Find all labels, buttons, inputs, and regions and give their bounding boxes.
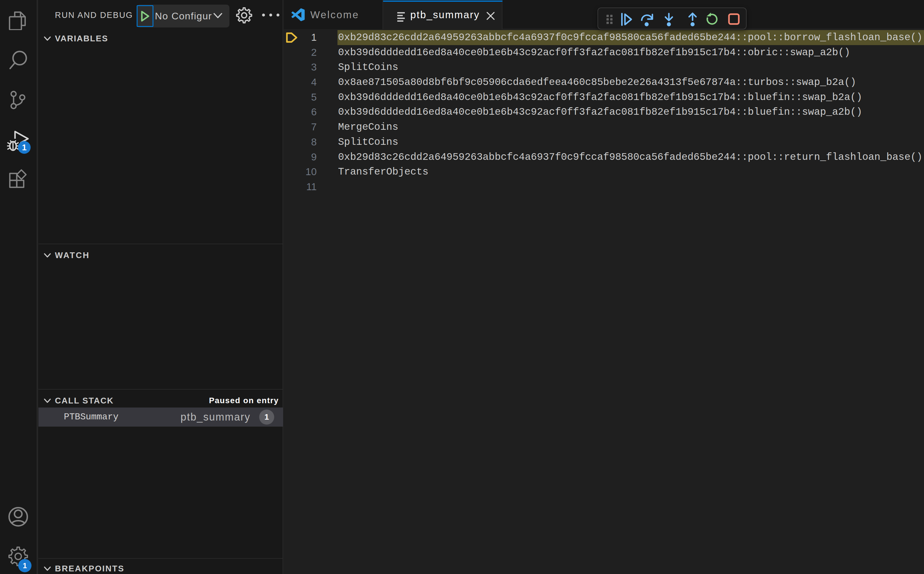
svg-text:1: 1 (22, 143, 27, 152)
